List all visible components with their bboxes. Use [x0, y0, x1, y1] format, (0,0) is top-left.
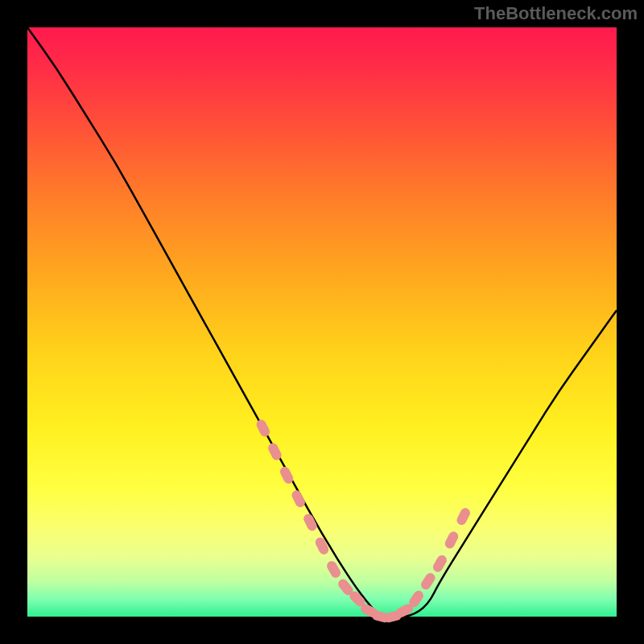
bottleneck-chart — [0, 0, 644, 644]
watermark-text: TheBottleneck.com — [474, 3, 638, 24]
chart-plot-area — [27, 27, 617, 617]
chart-container — [0, 0, 644, 644]
